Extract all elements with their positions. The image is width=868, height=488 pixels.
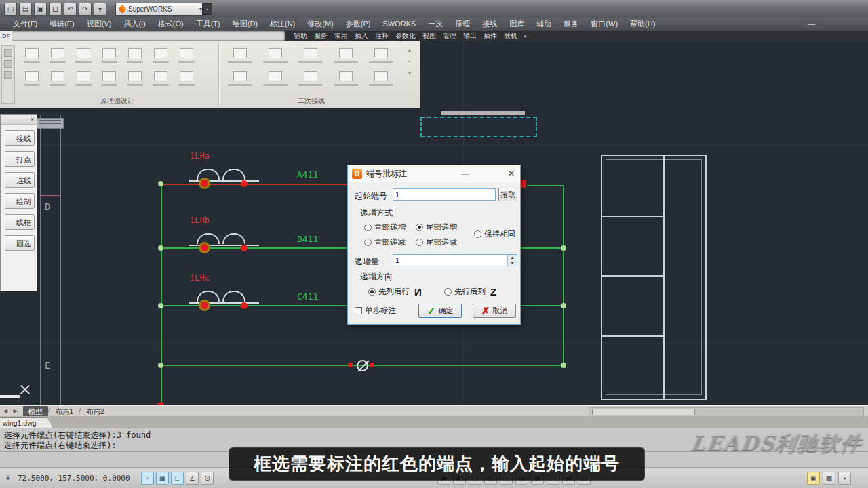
radio-column-first[interactable]: 先列后行 И (368, 286, 422, 298)
save-icon[interactable]: ▣ (34, 3, 47, 16)
ribbon-tab-annotate[interactable]: 注释 (372, 31, 392, 41)
qat-more-icon[interactable]: ▾ (94, 3, 106, 16)
tab-nav-arrows[interactable]: ◀ ▶ (0, 408, 23, 414)
scrollbar-thumb[interactable] (592, 409, 695, 415)
menu-primary[interactable]: 一次 (422, 18, 449, 30)
ribbon-tool-button[interactable] (46, 70, 69, 92)
menu-dim[interactable]: 标注(N) (264, 18, 301, 30)
menu-tools[interactable]: 工具(T) (190, 18, 226, 30)
radio-tail-decrease[interactable]: 尾部递减 (416, 237, 457, 247)
terminal-endpoint[interactable] (348, 363, 353, 367)
current-transformer[interactable]: 1LHc (189, 273, 259, 304)
new-file-icon[interactable]: ▢ (4, 3, 17, 16)
osnap-toggle[interactable]: ⊙ (201, 472, 214, 485)
ribbon-tool-button[interactable] (330, 47, 362, 68)
ribbon-tool-button[interactable] (259, 70, 292, 92)
ribbon-tool-button[interactable] (149, 47, 172, 68)
polar-toggle[interactable]: ∠ (186, 472, 199, 485)
increment-amount-spinner[interactable]: 1 ▲ ▼ (393, 254, 517, 266)
ribbon-tab-output[interactable]: 输出 (460, 31, 480, 41)
print-icon[interactable]: ⊟ (49, 3, 62, 16)
ribbon-tab-plugins[interactable]: 插件 (480, 31, 500, 41)
ribbon-tool-button[interactable] (123, 70, 146, 92)
menu-window[interactable]: 窗口(W) (585, 18, 624, 30)
horizontal-scrollbar[interactable] (589, 407, 864, 417)
undo-icon[interactable]: ↶ (64, 3, 77, 16)
ribbon-tool-button[interactable] (72, 47, 95, 68)
ribbon-tool-button[interactable] (294, 70, 327, 92)
radio-keep-same[interactable]: 保持相同 (474, 229, 515, 239)
perf-tuner-icon[interactable]: ◉ (807, 472, 820, 485)
ribbon-tab-manage[interactable]: 管理 (439, 31, 460, 41)
app-status-icon[interactable]: ▪ (838, 472, 851, 485)
minimize-icon[interactable]: — (461, 169, 469, 178)
terminal-endpoint[interactable] (241, 302, 248, 309)
tab-layout2[interactable]: 布局2 (81, 406, 110, 417)
tool-button-connect[interactable]: 连线 (5, 172, 35, 188)
menu-edit[interactable]: 编辑(E) (43, 18, 81, 30)
radio-tail-increase[interactable]: 尾部递增 (416, 222, 457, 232)
start-number-input[interactable] (393, 188, 496, 201)
menu-file[interactable]: 文件(F) (7, 18, 43, 30)
current-transformer[interactable]: 1LHa (189, 151, 259, 182)
tool-button-wiring[interactable]: 接线 (5, 130, 35, 146)
ribbon-tab-insert[interactable]: 插入 (351, 31, 372, 41)
ribbon-tool-button[interactable] (224, 70, 256, 92)
terminal-endpoint[interactable] (241, 180, 248, 187)
ribbon-tab-parametric[interactable]: 参数化 (392, 31, 419, 41)
terminal-endpoint[interactable] (241, 245, 248, 251)
ok-button[interactable]: ✓ 确定 (418, 304, 462, 318)
ribbon-tool-button[interactable] (175, 47, 198, 68)
ribbon-tool-button[interactable] (20, 47, 43, 68)
ribbon-tool-button[interactable] (294, 47, 327, 68)
ribbon-tool-button[interactable] (72, 70, 95, 92)
drawing-file-tab[interactable]: wing1.dwg (0, 417, 53, 428)
tool-button-select[interactable]: 圆选 (5, 235, 35, 251)
terminal-endpoint[interactable] (201, 302, 208, 309)
menu-assist[interactable]: 辅助 (530, 18, 557, 30)
ribbon-tool-button[interactable] (46, 47, 69, 68)
single-step-checkbox[interactable]: 单步标注 (355, 306, 396, 316)
redo-icon[interactable]: ↷ (79, 3, 92, 16)
pin-icon[interactable]: ▪ (202, 3, 212, 15)
open-file-icon[interactable]: ▤ (19, 3, 32, 16)
tab-model[interactable]: 模型 (23, 406, 48, 417)
menu-sworks[interactable]: SWORKS (376, 18, 422, 30)
menu-format[interactable]: 格式(O) (152, 18, 190, 30)
ribbon-tool-button[interactable] (175, 70, 198, 92)
ribbon-tool-button[interactable] (259, 47, 292, 68)
spin-up-icon[interactable]: ▲ (508, 255, 517, 260)
menu-param[interactable]: 参数(P) (340, 18, 377, 30)
current-transformer[interactable]: 1LHb (189, 216, 259, 247)
ribbon-tool-button[interactable] (98, 70, 121, 92)
ribbon-scroll-column[interactable]: ▴▪▾ (404, 47, 415, 102)
menu-library[interactable]: 图库 (503, 18, 530, 30)
ribbon-tool-button[interactable] (365, 47, 397, 68)
menu-wiring[interactable]: 接线 (476, 18, 503, 30)
tool-panel-titlebar[interactable]: ✕ (1, 115, 37, 125)
ribbon-tool-button[interactable] (123, 47, 146, 68)
menu-help[interactable]: 帮助(H) (624, 18, 661, 30)
menu-schematic[interactable]: 原理 (449, 18, 476, 30)
pick-button[interactable]: 拾取 (498, 188, 517, 201)
tool-button-points[interactable]: 打点 (5, 151, 35, 167)
snap-toggle[interactable]: ▫ (141, 472, 154, 485)
close-icon[interactable]: ✕ (508, 169, 515, 178)
tool-button-frame[interactable]: 线框 (5, 214, 35, 230)
close-icon[interactable]: ✕ (30, 117, 35, 123)
minimize-icon[interactable]: — (808, 18, 815, 30)
spin-down-icon[interactable]: ▼ (508, 260, 517, 266)
terminal-endpoint[interactable] (201, 244, 208, 251)
radio-head-decrease[interactable]: 首部递减 (364, 237, 406, 247)
ribbon-tool-button[interactable] (149, 70, 172, 92)
ribbon-overflow-icon[interactable]: ● · (521, 33, 533, 39)
ortho-toggle[interactable]: ∟ (171, 472, 184, 485)
ribbon-tab-view[interactable]: 视图 (419, 31, 439, 41)
menu-draw[interactable]: 绘图(D) (226, 18, 264, 30)
ribbon-tab-online[interactable]: 联机 (500, 31, 521, 41)
terminal-endpoint[interactable] (370, 363, 374, 367)
ribbon-tab-home[interactable]: 常用 (331, 31, 351, 41)
ribbon-tool-button[interactable] (20, 70, 43, 92)
spinner-arrows[interactable]: ▲ ▼ (507, 255, 517, 266)
ribbon-tool-button[interactable] (98, 47, 121, 68)
